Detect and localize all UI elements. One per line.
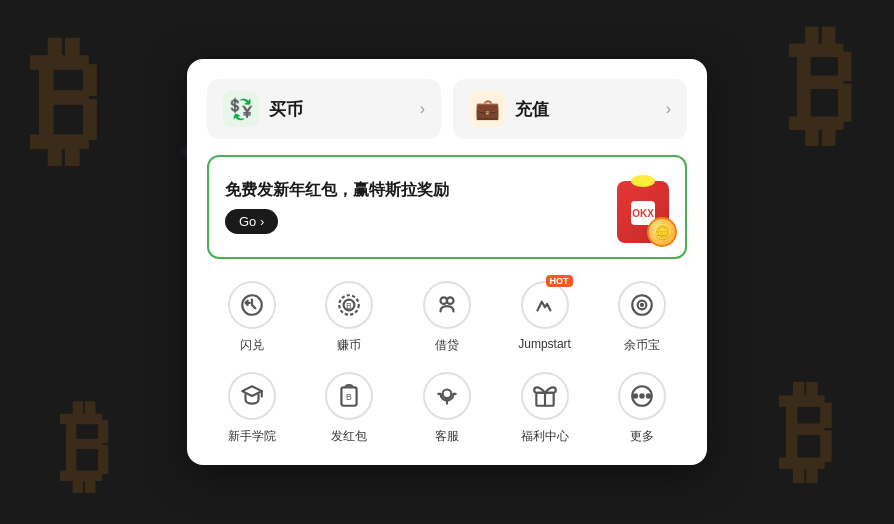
recharge-icon: 💼: [469, 91, 505, 127]
earn-label: 赚币: [337, 337, 361, 354]
customer-service-item[interactable]: 客服: [402, 370, 492, 445]
flash-swap-icon: [228, 281, 276, 329]
bg-bitcoin-3: ₿: [789, 10, 854, 160]
flash-swap-label: 闪兑: [240, 337, 264, 354]
customer-service-icon: [423, 372, 471, 420]
buy-coin-icon: 💱: [223, 91, 259, 127]
academy-label: 新手学院: [228, 428, 276, 445]
loan-icon: [423, 281, 471, 329]
coin-icon: 🪙: [647, 217, 677, 247]
buy-coin-label: 买币: [269, 98, 303, 121]
welfare-icon: [521, 372, 569, 420]
loan-item[interactable]: 借贷: [402, 279, 492, 354]
hot-badge: HOT: [546, 275, 573, 287]
academy-icon: [228, 372, 276, 420]
feature-grid: 闪兑 B 赚币: [207, 279, 687, 445]
main-card: 💱 买币 › 💼 充值 › 免费发新年红包，赢特斯拉奖励 Go › OKX 🪙 …: [187, 59, 707, 465]
svg-point-12: [443, 390, 452, 399]
jumpstart-label: Jumpstart: [518, 337, 571, 351]
savings-label: 余币宝: [624, 337, 660, 354]
loan-label: 借贷: [435, 337, 459, 354]
promo-banner[interactable]: 免费发新年红包，赢特斯拉奖励 Go › OKX 🪙 ☞: [207, 155, 687, 259]
red-packet-item[interactable]: B 发红包: [305, 370, 395, 445]
svg-point-15: [641, 394, 644, 397]
customer-service-label: 客服: [435, 428, 459, 445]
welfare-label: 福利中心: [521, 428, 569, 445]
banner-content: 免费发新年红包，赢特斯拉奖励 Go ›: [225, 180, 449, 234]
more-icon: [618, 372, 666, 420]
svg-point-9: [641, 304, 643, 306]
banner-go-button[interactable]: Go ›: [225, 209, 278, 234]
buy-coin-button[interactable]: 💱 买币 ›: [207, 79, 441, 139]
more-item[interactable]: 更多: [597, 370, 687, 445]
cursor-pointer-icon: ☞: [223, 252, 248, 259]
banner-text: 免费发新年红包，赢特斯拉奖励: [225, 180, 449, 201]
jumpstart-item[interactable]: HOT Jumpstart: [500, 279, 590, 354]
top-buttons-row: 💱 买币 › 💼 充值 ›: [207, 79, 687, 139]
welfare-item[interactable]: 福利中心: [500, 370, 590, 445]
bg-bitcoin-1: ₿: [30, 20, 100, 182]
svg-text:B: B: [347, 392, 353, 402]
savings-item[interactable]: 余币宝: [597, 279, 687, 354]
bg-bitcoin-4: ₿: [779, 367, 834, 494]
earn-icon: B: [325, 281, 373, 329]
jumpstart-icon: [521, 281, 569, 329]
savings-icon: [618, 281, 666, 329]
banner-illustration: OKX 🪙: [589, 171, 669, 243]
recharge-label: 充值: [515, 98, 549, 121]
more-label: 更多: [630, 428, 654, 445]
svg-point-16: [647, 394, 650, 397]
svg-text:B: B: [347, 301, 353, 311]
academy-item[interactable]: 新手学院: [207, 370, 297, 445]
earn-item[interactable]: B 赚币: [305, 279, 395, 354]
flash-swap-item[interactable]: 闪兑: [207, 279, 297, 354]
svg-point-5: [447, 297, 454, 304]
recharge-button[interactable]: 💼 充值 ›: [453, 79, 687, 139]
red-packet-label: 发红包: [331, 428, 367, 445]
buy-coin-chevron: ›: [420, 100, 425, 118]
recharge-chevron: ›: [666, 100, 671, 118]
bg-bitcoin-2: ₿: [60, 389, 110, 504]
red-packet-icon: B: [325, 372, 373, 420]
svg-point-14: [634, 394, 637, 397]
